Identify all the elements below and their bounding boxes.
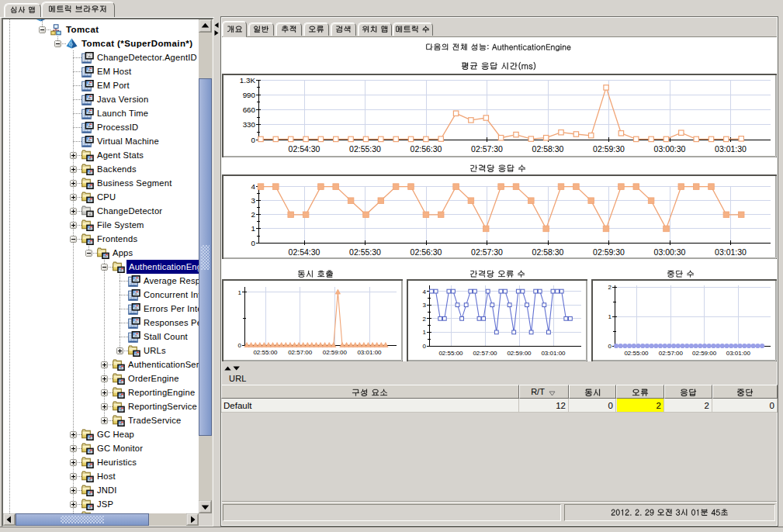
svg-text:02:58:30: 02:58:30 [532,247,564,257]
svg-text:1: 1 [238,289,242,296]
svg-text:02:57:00: 02:57:00 [473,350,497,357]
svg-text:4: 4 [423,288,427,295]
svg-text:0: 0 [423,343,427,350]
svg-text:02:57:30: 02:57:30 [471,144,503,154]
svg-text:03:01:00: 03:01:00 [357,349,382,356]
svg-text:02:57:00: 02:57:00 [659,350,684,357]
svg-text:02:55:00: 02:55:00 [624,350,649,357]
svg-text:0: 0 [251,239,256,247]
svg-text:02:55:30: 02:55:30 [349,144,381,154]
svg-text:03:01:30: 03:01:30 [715,144,747,154]
svg-text:2: 2 [608,284,612,291]
svg-text:03:00:30: 03:00:30 [654,144,686,154]
svg-text:02:56:30: 02:56:30 [411,247,442,257]
svg-text:02:54:30: 02:54:30 [289,144,320,154]
svg-text:02:58:30: 02:58:30 [532,144,564,154]
svg-text:4: 4 [251,182,256,191]
svg-text:02:59:30: 02:59:30 [593,247,625,257]
svg-text:02:57:00: 02:57:00 [288,349,313,356]
svg-text:660: 660 [243,105,256,114]
svg-text:1: 1 [423,329,427,336]
svg-text:02:54:30: 02:54:30 [289,247,320,257]
svg-text:02:59:00: 02:59:00 [692,350,717,357]
svg-text:2: 2 [251,210,255,219]
svg-text:0: 0 [238,342,242,349]
svg-text:03:01:00: 03:01:00 [726,350,751,357]
svg-text:1: 1 [608,313,612,320]
svg-text:02:59:00: 02:59:00 [507,350,532,357]
svg-text:0: 0 [608,343,612,350]
svg-text:2: 2 [423,316,427,323]
svg-text:02:59:30: 02:59:30 [593,144,625,154]
svg-text:02:55:00: 02:55:00 [253,349,278,356]
svg-text:02:55:30: 02:55:30 [349,247,381,257]
svg-text:02:55:00: 02:55:00 [438,350,463,357]
svg-text:03:01:30: 03:01:30 [715,247,747,257]
svg-text:1.3K: 1.3K [240,76,256,85]
svg-text:3: 3 [251,196,256,205]
svg-text:3: 3 [423,302,427,309]
svg-text:03:00:30: 03:00:30 [654,247,686,257]
svg-text:03:01:00: 03:01:00 [541,350,566,357]
svg-text:02:57:30: 02:57:30 [471,247,503,257]
svg-text:330: 330 [243,120,256,129]
svg-text:02:56:30: 02:56:30 [411,144,442,154]
svg-text:990: 990 [243,91,256,99]
svg-text:1: 1 [251,224,255,233]
svg-text:0: 0 [251,136,256,144]
svg-text:02:59:00: 02:59:00 [323,349,348,356]
